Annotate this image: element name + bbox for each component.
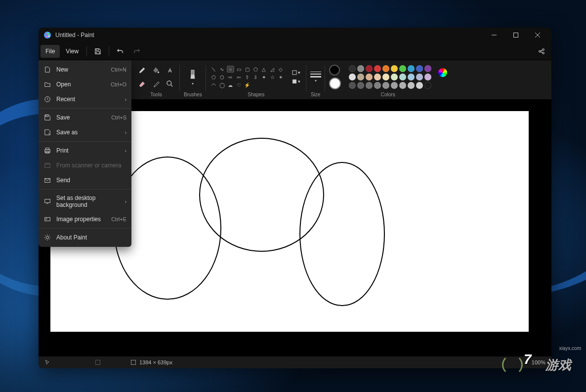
- maximize-button[interactable]: [505, 28, 527, 42]
- shape-down-arrow[interactable]: ⇩: [252, 74, 259, 80]
- menu-item-save-as[interactable]: Save as ›: [39, 125, 131, 140]
- color-swatch[interactable]: [391, 74, 398, 80]
- color-swatch[interactable]: [408, 74, 415, 80]
- svg-rect-6: [514, 33, 518, 38]
- color-swatch[interactable]: [366, 65, 373, 72]
- chevron-down-icon: ▾: [192, 81, 194, 86]
- color-swatch[interactable]: [374, 74, 381, 80]
- save-button[interactable]: [90, 44, 106, 58]
- color-swatch[interactable]: [416, 82, 423, 89]
- zoom-level[interactable]: 100%: [532, 359, 545, 365]
- shape-cloud-callout[interactable]: ☁: [227, 81, 234, 88]
- color-1[interactable]: [329, 65, 340, 76]
- brushes-label: Brushes: [184, 91, 202, 99]
- shape-fill-button[interactable]: ▾: [291, 78, 302, 85]
- color-swatch[interactable]: [424, 65, 431, 72]
- brushes-button[interactable]: ▾: [186, 67, 200, 88]
- color-palette: [349, 65, 431, 89]
- color-swatch[interactable]: [382, 65, 389, 72]
- edit-colors-button[interactable]: [438, 68, 447, 77]
- shape-line[interactable]: ＼: [210, 66, 217, 73]
- color-swatch[interactable]: [424, 74, 431, 80]
- canvas-size: 1384 × 639px: [130, 359, 172, 365]
- undo-button[interactable]: [112, 44, 128, 58]
- shape-oval[interactable]: ○: [227, 66, 234, 73]
- shape-heart[interactable]: ♡: [235, 81, 243, 88]
- color-swatch[interactable]: [391, 82, 398, 89]
- shape-pentagon[interactable]: ⬠: [210, 74, 217, 80]
- menu-file[interactable]: File: [41, 45, 60, 58]
- color-swatch[interactable]: [366, 82, 373, 89]
- share-button[interactable]: [534, 44, 549, 58]
- chevron-right-icon: ›: [125, 130, 126, 135]
- color-swatch[interactable]: [416, 74, 423, 80]
- color-2[interactable]: [329, 78, 341, 89]
- titlebar[interactable]: Untitled - Paint: [39, 28, 551, 42]
- menu-item-recent[interactable]: Recent ›: [39, 92, 131, 107]
- shape-diamond[interactable]: ◇: [277, 66, 285, 73]
- shape-oval-callout[interactable]: ◯: [218, 81, 226, 88]
- color-swatch[interactable]: [374, 82, 381, 89]
- color-swatch[interactable]: [349, 65, 356, 72]
- svg-rect-29: [45, 164, 50, 167]
- shape-triangle[interactable]: △: [260, 66, 268, 73]
- shape-curve[interactable]: ∿: [218, 66, 226, 73]
- shape-4-star[interactable]: ✦: [260, 74, 268, 80]
- shape-5-star[interactable]: ☆: [269, 74, 276, 80]
- color-swatch[interactable]: [366, 74, 373, 80]
- svg-line-18: [171, 85, 173, 87]
- color-swatch[interactable]: [391, 65, 398, 72]
- shape-left-arrow[interactable]: ⇦: [235, 74, 243, 80]
- color-swatch[interactable]: [408, 82, 415, 89]
- svg-point-4: [46, 36, 47, 38]
- eraser-tool[interactable]: [136, 78, 148, 90]
- shape-rounded-rect[interactable]: ▢: [244, 66, 251, 73]
- shape-hexagon[interactable]: ⬡: [218, 74, 226, 80]
- shape-rectangle[interactable]: ▭: [235, 66, 243, 73]
- shape-right-arrow[interactable]: ⇨: [227, 74, 234, 80]
- menu-item-open[interactable]: Open Ctrl+O: [39, 77, 131, 92]
- size-button[interactable]: ▾: [310, 72, 321, 83]
- menu-item-properties[interactable]: Image properties Ctrl+E: [39, 212, 131, 227]
- color-swatch[interactable]: [399, 74, 406, 80]
- magnifier-tool[interactable]: [164, 78, 176, 90]
- menu-item-print[interactable]: Print ›: [39, 143, 131, 158]
- menu-item-send[interactable]: Send: [39, 173, 131, 188]
- menu-item-save[interactable]: Save Ctrl+S: [39, 110, 131, 125]
- menu-item-about[interactable]: About Paint: [39, 230, 131, 245]
- fill-tool[interactable]: [150, 64, 162, 76]
- redo-button[interactable]: [129, 44, 145, 58]
- close-button[interactable]: [527, 28, 548, 42]
- color-swatch[interactable]: [416, 65, 423, 72]
- shape-up-arrow[interactable]: ⇧: [244, 74, 251, 80]
- color-swatch[interactable]: [349, 82, 356, 89]
- shape-outline-button[interactable]: ▾: [291, 69, 302, 77]
- color-swatch[interactable]: [408, 65, 415, 72]
- shape-round-callout[interactable]: ◠: [210, 81, 217, 88]
- color-swatch[interactable]: [357, 65, 364, 72]
- color-swatch[interactable]: [357, 82, 364, 89]
- menu-item-new[interactable]: New Ctrl+N: [39, 62, 131, 77]
- shape-polygon[interactable]: ⬠: [252, 66, 259, 73]
- menu-item-set-bg[interactable]: Set as desktop background ›: [39, 191, 131, 212]
- color-swatch[interactable]: [382, 82, 389, 89]
- gear-icon: [43, 234, 51, 241]
- pencil-tool[interactable]: [136, 64, 148, 76]
- color-swatch[interactable]: [399, 65, 406, 72]
- color-picker-tool[interactable]: [150, 78, 162, 90]
- color-swatch[interactable]: [382, 74, 389, 80]
- shape-lightning[interactable]: ⚡: [244, 81, 251, 88]
- color-swatch[interactable]: [399, 82, 406, 89]
- color-swatch[interactable]: [357, 74, 364, 80]
- color-swatch[interactable]: [374, 65, 381, 72]
- minimize-button[interactable]: [483, 28, 505, 42]
- shape-6-star[interactable]: ✶: [277, 74, 285, 80]
- shape-right-triangle[interactable]: ◿: [269, 66, 276, 73]
- color-swatch[interactable]: [424, 82, 431, 89]
- menubar: File View: [39, 42, 551, 60]
- text-tool[interactable]: [164, 64, 176, 76]
- menu-view[interactable]: View: [61, 45, 84, 58]
- color-swatch[interactable]: [349, 74, 356, 80]
- svg-rect-21: [293, 79, 296, 83]
- scanner-icon: [43, 161, 51, 169]
